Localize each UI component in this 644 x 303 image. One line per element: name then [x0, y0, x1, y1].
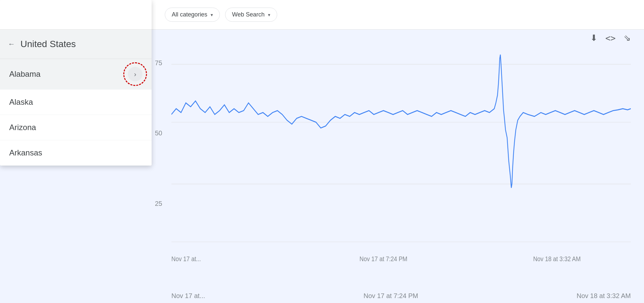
- dropdown-item-label: Arkansas: [9, 148, 42, 157]
- svg-text:Nov 17 at...: Nov 17 at...: [171, 255, 201, 263]
- search-type-label: Web Search: [232, 11, 265, 18]
- x-label-start: Nov 17 at...: [171, 292, 205, 300]
- dropdown-panel-top: [0, 0, 152, 30]
- share-button[interactable]: ⇘: [624, 33, 631, 43]
- categories-chevron-icon: ▾: [211, 12, 213, 17]
- embed-button[interactable]: <>: [605, 33, 616, 43]
- x-axis-labels: Nov 17 at... Nov 17 at 7:24 PM Nov 18 at…: [171, 292, 631, 300]
- y-axis-labels: 75 50 25: [155, 53, 162, 277]
- y-label-50: 50: [155, 129, 162, 137]
- dropdown-item-arkansas[interactable]: Arkansas: [0, 140, 152, 166]
- dropdown-header-title: United States: [20, 39, 76, 49]
- search-type-chevron-icon: ▾: [268, 12, 270, 17]
- dropdown-item-arizona[interactable]: Arizona: [0, 115, 152, 140]
- chart-area: 75 50 25 Nov 17 at... Nov 17 at 7:24 PM …: [152, 53, 644, 303]
- dropdown-item-label: Alaska: [9, 97, 33, 107]
- x-label-end: Nov 18 at 3:32 AM: [576, 292, 631, 300]
- main-container: All categories ▾ Web Search ▾ ← United S…: [0, 0, 644, 303]
- back-arrow-icon[interactable]: ←: [8, 40, 15, 48]
- trend-chart: 75 50 25 Nov 17 at... Nov 17 at 7:24 PM …: [171, 53, 631, 277]
- alabama-chevron-wrapper: ›: [128, 67, 142, 81]
- dropdown-item-alaska[interactable]: Alaska: [0, 90, 152, 115]
- chart-toolbar: ⬇ <> ⇘: [590, 33, 631, 43]
- categories-dropdown[interactable]: All categories ▾: [165, 8, 220, 22]
- y-label-25: 25: [155, 200, 162, 207]
- chevron-right-icon[interactable]: ›: [128, 67, 142, 81]
- dropdown-item-label: Alabama: [9, 69, 41, 79]
- dropdown-item-label: Arizona: [9, 123, 36, 132]
- x-label-mid: Nov 17 at 7:24 PM: [364, 292, 418, 300]
- download-button[interactable]: ⬇: [590, 33, 598, 43]
- dropdown-header[interactable]: ← United States: [0, 30, 152, 59]
- svg-text:Nov 17 at 7:24 PM: Nov 17 at 7:24 PM: [360, 255, 407, 263]
- dropdown-item-alabama[interactable]: Alabama ›: [0, 59, 152, 90]
- y-label-75: 75: [155, 59, 162, 67]
- toolbar-right: All categories ▾ Web Search ▾: [165, 8, 277, 22]
- search-type-dropdown[interactable]: Web Search ▾: [225, 8, 277, 22]
- svg-text:Nov 18 at 3:32 AM: Nov 18 at 3:32 AM: [533, 255, 581, 263]
- categories-label: All categories: [172, 11, 207, 18]
- region-dropdown-panel: ← United States Alabama › Alaska Arizona…: [0, 0, 152, 166]
